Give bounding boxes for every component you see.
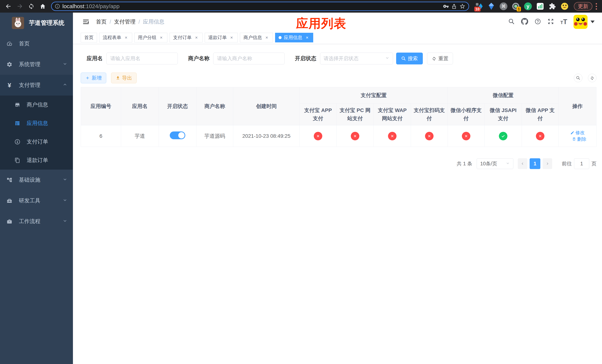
col-open-status: 开启状态 [159,87,196,125]
refresh-table-button[interactable] [588,74,596,82]
bookmark-star-icon[interactable] [459,3,466,10]
kite-extension-icon[interactable] [487,2,495,10]
sidebar-item-home[interactable]: 首页 [0,33,73,54]
delete-link[interactable]: 删除 [572,136,586,142]
font-size-icon[interactable]: TT [560,19,567,25]
payment-submenu: 商户信息 应用信息 支付订单 退款订单 [0,96,73,170]
sidebar-item-infrastructure[interactable]: 基础设施 [0,170,73,190]
user-avatar[interactable] [573,15,595,29]
proxy-extension-icon[interactable]: 1 [512,2,520,10]
chevron-down-icon [63,177,67,183]
password-key-icon[interactable] [443,3,449,9]
close-icon[interactable]: × [264,35,269,40]
back-arrow-icon [5,3,12,10]
breadcrumb-home[interactable]: 首页 [96,18,107,26]
plus-icon [85,76,90,80]
command-extension-icon[interactable]: ⌘ [499,2,508,10]
browser-menu-kebab[interactable] [595,3,598,10]
github-icon[interactable] [521,18,528,26]
home-button[interactable] [38,1,48,11]
sidebar-item-refund-order[interactable]: 退款订单 [0,151,73,170]
sidebar-item-label: 应用信息 [27,120,48,127]
tab-refund-order[interactable]: 退款订单× [205,33,238,43]
url-bar[interactable]: localhost:1024/pay/app [51,2,469,11]
search-button[interactable]: 搜索 [396,53,423,64]
sidebar-item-pay-order[interactable]: 支付订单 [0,133,73,151]
page-number-1[interactable]: 1 [530,158,540,169]
next-page-button[interactable] [543,158,552,169]
status-fail-icon [536,132,544,140]
col-actions: 操作 [559,87,596,125]
tab-process-form[interactable]: 流程表单× [99,33,132,43]
breadcrumb-section[interactable]: 支付管理 [114,18,136,26]
profile-emoji-icon[interactable] [560,2,569,10]
app-name-input[interactable] [107,53,178,64]
tags-view: 首页 流程表单× 用户分组× 支付订单× 退款订单× 商户信息× 应用信息× [73,31,602,44]
breadcrumb-separator: / [139,19,140,25]
reset-button[interactable]: 重置 [427,53,453,64]
y-extension-icon[interactable]: y [524,2,532,10]
cell-app-id: 6 [81,125,121,147]
status-fail-icon [314,132,322,140]
col-wechat-app: 微信 APP 支付 [522,104,559,125]
edit-link[interactable]: 修改 [570,130,585,136]
toggle-search-button[interactable] [574,74,582,82]
help-icon[interactable] [534,18,541,26]
sidebar-item-payment[interactable]: ¥ 支付管理 [0,75,73,96]
tab-user-group[interactable]: 用户分组× [134,33,167,43]
tab-app-info[interactable]: 应用信息× [275,33,313,43]
close-icon[interactable]: × [159,35,164,40]
fullscreen-icon[interactable] [547,18,554,26]
status-fail-icon [351,132,359,140]
col-create-time: 创建时间 [233,87,300,125]
close-icon[interactable]: × [123,35,129,40]
extensions-puzzle-icon[interactable] [548,2,557,10]
site-info-icon[interactable] [55,3,60,9]
page-title-annotation: 应用列表 [296,15,346,32]
col-alipay-pc: 支付宝 PC 网站支付 [336,104,374,125]
table-toolbar: 新增 导出 [81,73,596,83]
chrome-update-button[interactable]: 更新 [574,2,592,11]
app-name-label: 应用名 [87,55,103,62]
tab-home[interactable]: 首页 [81,33,97,43]
chevron-down-icon [63,62,67,68]
sidebar-item-app-info[interactable]: 应用信息 [0,114,73,133]
col-group-alipay: 支付宝配置 [300,87,448,104]
sidebar: 芋道管理系统 首页 系统管理 ¥ 支付管理 [0,13,73,364]
logo-rabbit-avatar [12,17,24,29]
status-success-icon [499,132,507,140]
share-icon[interactable] [451,3,457,9]
tab-merchant-info[interactable]: 商户信息× [240,33,273,43]
search-form: 应用名 商户名称 开启状态 请选择开启状态 搜索 [81,53,596,64]
forward-button[interactable] [15,1,25,11]
avatar-dropdown-caret[interactable] [591,21,595,23]
close-icon[interactable]: × [229,35,234,40]
chevron-down-icon [506,161,510,167]
add-button[interactable]: 新增 [81,73,106,83]
prev-page-button[interactable] [518,158,527,169]
sidebar-item-workflow[interactable]: 工作流程 [0,211,73,232]
header-search-icon[interactable] [508,18,515,26]
sidebar-collapse-button[interactable] [82,18,90,26]
extension-badge: 1 [517,7,521,11]
merchant-name-input[interactable] [213,53,285,64]
sidebar-item-merchant-info[interactable]: 商户信息 [0,96,73,114]
merchant-name-label: 商户名称 [188,55,210,62]
sidebar-item-dev-tools[interactable]: 研发工具 [0,190,73,211]
goto-page-input[interactable] [574,158,589,169]
sidebar-item-label: 工作流程 [19,218,63,225]
close-icon[interactable]: × [304,35,310,40]
open-status-select[interactable]: 请选择开启状态 [320,53,393,64]
app-table: 应用编号 应用名 开启状态 商户名称 创建时间 支付宝配置 微信配置 操作 支付… [81,87,596,147]
page-size-select[interactable]: 10条/页 [477,158,513,169]
col-wechat-mini: 微信小程序支付 [448,104,485,125]
tampermonkey-extension-icon[interactable]: 10 [475,2,483,10]
export-button[interactable]: 导出 [111,73,137,83]
reload-button[interactable] [26,1,36,11]
tab-pay-order[interactable]: 支付订单× [170,33,203,43]
chart-extension-icon[interactable] [536,2,544,10]
back-button[interactable] [3,1,13,11]
close-icon[interactable]: × [194,35,199,40]
sidebar-item-system[interactable]: 系统管理 [0,54,73,75]
status-toggle[interactable] [170,131,185,139]
